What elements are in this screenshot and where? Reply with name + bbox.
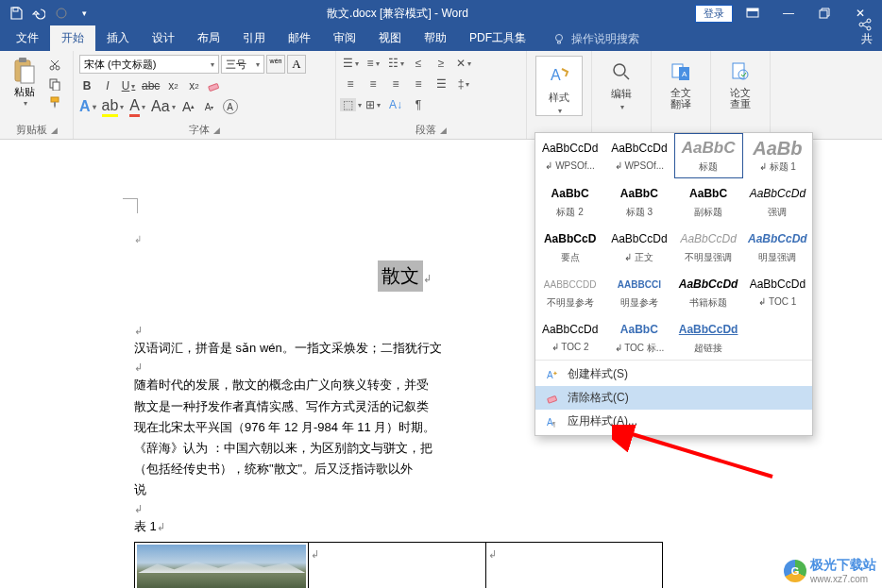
table-cell[interactable]: ↲ [309, 543, 485, 588]
tab-design[interactable]: 设计 [141, 25, 186, 51]
style-gallery-item[interactable]: AABBCCDD不明显参考 [535, 269, 604, 314]
style-gallery-item[interactable]: AaBbCcDd不明显强调 [674, 224, 743, 269]
change-case-button[interactable]: Aa▾ [151, 98, 176, 115]
qat-dropdown-icon[interactable]: ▾ [74, 3, 94, 24]
minimize-icon[interactable]: — [772, 3, 805, 24]
style-gallery-item[interactable]: AaBbCcDd↲ WPSOf... [535, 133, 604, 178]
align-left-button[interactable]: ≡ [342, 76, 359, 92]
style-gallery-item[interactable]: AaBbCcD要点 [535, 224, 604, 269]
style-gallery-item[interactable]: AaBbCcDd超链接 [674, 314, 743, 360]
doc-paragraph[interactable]: 现在北宋太平兴国（976 年 12 月-984 年 11 月）时期。 [134, 420, 435, 434]
translate-button[interactable]: A 全文 翻译 [657, 53, 704, 109]
apply-style-menuitem[interactable]: A¶ 应用样式(A)... [535, 410, 812, 433]
tab-mailings[interactable]: 邮件 [277, 25, 322, 51]
style-gallery-item[interactable]: AaBb↲ 标题 1 [743, 133, 812, 178]
tab-review[interactable]: 审阅 [322, 25, 367, 51]
style-gallery-item[interactable]: AaBbCcDd强调 [743, 178, 812, 224]
style-gallery-item[interactable]: AaBbC标题 [674, 133, 743, 178]
align-right-button[interactable]: ≡ [387, 76, 404, 92]
numbering-button[interactable]: ≡▾ [365, 55, 382, 72]
tab-references[interactable]: 引用 [231, 25, 277, 51]
share-button[interactable]: 共 [857, 18, 882, 51]
tab-layout[interactable]: 布局 [186, 25, 231, 51]
dialog-launcher-icon[interactable]: ◢ [51, 126, 58, 135]
style-gallery-item[interactable]: AaBbC标题 2 [535, 178, 604, 224]
editing-button[interactable]: 编辑▾ [598, 53, 645, 111]
paper-check-button[interactable]: 论文 查重 [717, 53, 764, 109]
clear-format-menuitem[interactable]: 清除格式(C) [535, 386, 812, 410]
grow-font-button[interactable]: A▴ [181, 98, 196, 115]
doc-title-selected[interactable]: 散文 [378, 260, 423, 292]
asian-layout-button[interactable]: ✕▾ [455, 55, 472, 72]
decrease-indent-button[interactable]: ≤ [410, 55, 427, 72]
borders-button[interactable]: ⊞▾ [365, 96, 382, 113]
char-border-button[interactable]: A [287, 55, 306, 74]
table-caption[interactable]: 表 1 [134, 519, 157, 533]
font-name-select[interactable]: 宋体 (中文标题)▾ [79, 55, 219, 74]
bullets-button[interactable]: ☰▾ [342, 55, 359, 72]
table-cell[interactable]: ↲ [485, 543, 662, 588]
strikethrough-button[interactable]: abc [142, 77, 160, 94]
style-gallery-item[interactable]: AaBbCcDd明显强调 [743, 224, 812, 269]
save-icon[interactable] [6, 3, 26, 24]
doc-paragraph[interactable]: 散文是一种抒发作者真情实感、写作方式灵活的记叙类 [134, 399, 429, 413]
style-gallery-item[interactable]: AaBbC标题 3 [604, 178, 673, 224]
style-gallery-item[interactable]: AaBbC副标题 [674, 178, 743, 224]
superscript-button[interactable]: x2 [186, 77, 201, 94]
sort-button[interactable]: A↓ [387, 96, 404, 113]
copy-button[interactable] [45, 76, 64, 92]
underline-button[interactable]: U▾ [121, 77, 136, 94]
tell-me-search[interactable]: 操作说明搜索 [552, 31, 639, 51]
restore-icon[interactable] [808, 3, 840, 24]
font-size-select[interactable]: 三号▾ [221, 55, 264, 74]
style-gallery-item[interactable]: AaBbC↲ TOC 标... [604, 314, 673, 360]
doc-paragraph[interactable]: 《辞海》认为 ：中国六朝以来，为区别韵文与骈文，把 [134, 441, 433, 455]
tab-pdf[interactable]: PDF工具集 [458, 25, 537, 51]
tab-help[interactable]: 帮助 [413, 25, 458, 51]
align-center-button[interactable]: ≡ [365, 76, 382, 92]
subscript-button[interactable]: x2 [165, 77, 180, 94]
dialog-launcher-icon[interactable]: ◢ [213, 126, 220, 135]
cut-button[interactable] [45, 57, 64, 74]
multilevel-button[interactable]: ☷▾ [387, 55, 404, 72]
italic-button[interactable]: I [100, 77, 115, 94]
style-gallery-item[interactable]: AABBCCI明显参考 [604, 269, 673, 314]
font-color-button[interactable]: A▾ [129, 98, 145, 115]
style-gallery-item[interactable]: AaBbCcDd↲ TOC 2 [535, 314, 604, 360]
highlight-button[interactable]: ab▾ [102, 98, 125, 115]
shading-button[interactable]: ⬚▾ [342, 96, 359, 113]
distribute-button[interactable]: ☰ [433, 76, 449, 92]
dialog-launcher-icon[interactable]: ◢ [440, 126, 447, 135]
style-gallery-item[interactable]: AaBbCcDd↲ 正文 [604, 224, 673, 269]
justify-button[interactable]: ≡ [410, 76, 427, 92]
enclose-char-button[interactable]: A [223, 99, 238, 114]
styles-button[interactable]: A 样式▾ [535, 56, 583, 116]
format-painter-button[interactable] [45, 94, 64, 111]
text-effects-button[interactable]: A▾ [79, 98, 96, 115]
line-spacing-button[interactable]: ‡▾ [455, 76, 472, 92]
doc-paragraph[interactable]: 汉语词汇，拼音是 sǎn wén。一指文采焕发；二指犹行文 [134, 341, 442, 355]
undo-icon[interactable] [28, 3, 49, 24]
style-gallery-item[interactable]: AaBbCcDd↲ WPSOf... [604, 133, 673, 178]
doc-paragraph[interactable]: 随着时代的发展，散文的概念由广义向狭义转变，并受 [134, 378, 429, 392]
tab-file[interactable]: 文件 [5, 25, 50, 51]
increase-indent-button[interactable]: ≥ [433, 55, 449, 72]
bold-button[interactable]: B [79, 77, 94, 94]
ribbon-display-icon[interactable] [737, 3, 769, 24]
doc-paragraph[interactable]: 说 [134, 482, 146, 496]
redo-icon[interactable] [51, 3, 72, 24]
style-gallery-item[interactable]: AaBbCcDd↲ TOC 1 [743, 269, 812, 314]
login-button[interactable]: 登录 [695, 5, 733, 23]
tab-home[interactable]: 开始 [50, 25, 95, 51]
table-cell[interactable] [135, 543, 309, 588]
clear-format-button[interactable] [207, 77, 222, 94]
shrink-font-button[interactable]: A▾ [202, 98, 217, 115]
doc-table[interactable]: ↲ ↲ [134, 542, 663, 588]
show-marks-button[interactable]: ¶ [410, 96, 427, 113]
paste-button[interactable]: 粘贴 ▾ [6, 53, 43, 111]
tab-insert[interactable]: 插入 [95, 25, 141, 51]
tab-view[interactable]: 视图 [367, 25, 413, 51]
doc-paragraph[interactable]: （包括经传史书），统称"散文"。后又泛指诗歌以外 [134, 462, 413, 476]
style-gallery-item[interactable]: AaBbCcDd书籍标题 [674, 269, 743, 314]
phonetic-guide-button[interactable]: wén [266, 55, 285, 74]
